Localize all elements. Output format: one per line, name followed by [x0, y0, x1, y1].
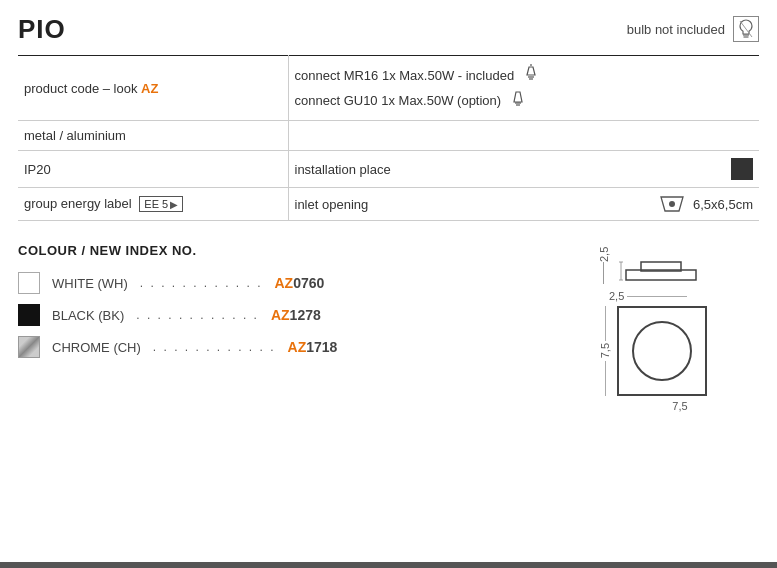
product-code-label: product code – look: [24, 81, 141, 96]
dim-top-value: 2,5: [609, 290, 624, 302]
bulb-notice-text: bulb not included: [627, 22, 725, 37]
colour-code-black: AZ1278: [271, 307, 321, 323]
row1-right: connect MR16 1x Max.50W - included conne…: [288, 56, 759, 121]
inlet-icon-wrap: 6,5x6,5cm: [657, 195, 753, 213]
energy-label-badge: EE 5 ▶: [139, 196, 183, 212]
bottom-bar: [0, 562, 777, 568]
connect-gu10-row: connect GU10 1x Max.50W (option): [295, 88, 754, 113]
inlet-dimension: 6,5x6,5cm: [693, 197, 753, 212]
bulb-icon: [733, 16, 759, 42]
colour-code-white: AZ0760: [275, 275, 325, 291]
colour-dots-chrome: . . . . . . . . . . . .: [153, 340, 276, 354]
svg-marker-7: [514, 92, 522, 102]
colour-code-chrome: AZ1718: [288, 339, 338, 355]
row2-right: [288, 121, 759, 151]
diagram-box: [617, 306, 707, 396]
connect-mr16-text: connect MR16 1x Max.50W - included: [295, 68, 515, 83]
colour-name-chrome: CHROME (CH): [52, 340, 141, 355]
colour-num-white: 0760: [293, 275, 324, 291]
lamp-gu10-icon: [509, 88, 527, 113]
dim-side-label: 7,5: [599, 343, 611, 358]
row3-left: IP20: [18, 151, 288, 188]
dim-bottom-label: 7,5: [633, 400, 727, 412]
connect-gu10-text: connect GU10 1x Max.50W (option): [295, 93, 502, 108]
energy-arrow-icon: ▶: [170, 199, 178, 210]
installation-place-text: installation place: [295, 162, 391, 177]
colour-swatch-white: [18, 272, 40, 294]
energy-label-text: group energy label: [24, 196, 135, 211]
row2-left: metal / aluminium: [18, 121, 288, 151]
inlet-opening-text: inlet opening: [295, 197, 369, 212]
installation-icon: [731, 158, 753, 180]
dim-top-label: 2,5: [599, 240, 610, 262]
row3-right: installation place: [288, 151, 759, 188]
svg-point-11: [669, 201, 675, 207]
info-table: product code – look AZ connect MR16 1x M…: [18, 55, 759, 221]
inlet-shape-icon: [657, 195, 687, 213]
diagram-top-profile: [616, 256, 706, 284]
colour-num-chrome: 1718: [306, 339, 337, 355]
colour-name-black: BLACK (BK): [52, 308, 124, 323]
row4-right: inlet opening 6,5x6,5cm: [288, 188, 759, 221]
colour-name-white: WHITE (WH): [52, 276, 128, 291]
colour-swatch-black: [18, 304, 40, 326]
inlet-opening-cell: inlet opening 6,5x6,5cm: [295, 195, 754, 213]
technical-diagram: 2,5 2,5: [599, 240, 759, 412]
colour-az-chrome: AZ: [288, 339, 307, 355]
colour-az-white: AZ: [275, 275, 294, 291]
colour-num-black: 1278: [290, 307, 321, 323]
ip-rating: IP20: [24, 162, 51, 177]
connect-mr16-row: connect MR16 1x Max.50W - included: [295, 63, 754, 88]
row4-left: group energy label EE 5 ▶: [18, 188, 288, 221]
lamp-mr16-icon: [522, 63, 540, 88]
bulb-notice: bulb not included: [627, 16, 759, 42]
colour-swatch-chrome: [18, 336, 40, 358]
product-code-az: AZ: [141, 81, 158, 96]
table-row: IP20 installation place: [18, 151, 759, 188]
svg-marker-3: [527, 67, 535, 75]
installation-place-cell: installation place: [295, 158, 754, 180]
colour-dots-white: . . . . . . . . . . . .: [140, 276, 263, 290]
row1-left: product code – look AZ: [18, 56, 288, 121]
material-label: metal / aluminium: [24, 128, 126, 143]
table-row: group energy label EE 5 ▶ inlet opening: [18, 188, 759, 221]
table-row: product code – look AZ connect MR16 1x M…: [18, 56, 759, 121]
diagram-circle: [632, 321, 692, 381]
table-row: metal / aluminium: [18, 121, 759, 151]
colour-az-black: AZ: [271, 307, 290, 323]
energy-rating: EE 5: [144, 198, 168, 210]
colour-dots-black: . . . . . . . . . . . .: [136, 308, 259, 322]
